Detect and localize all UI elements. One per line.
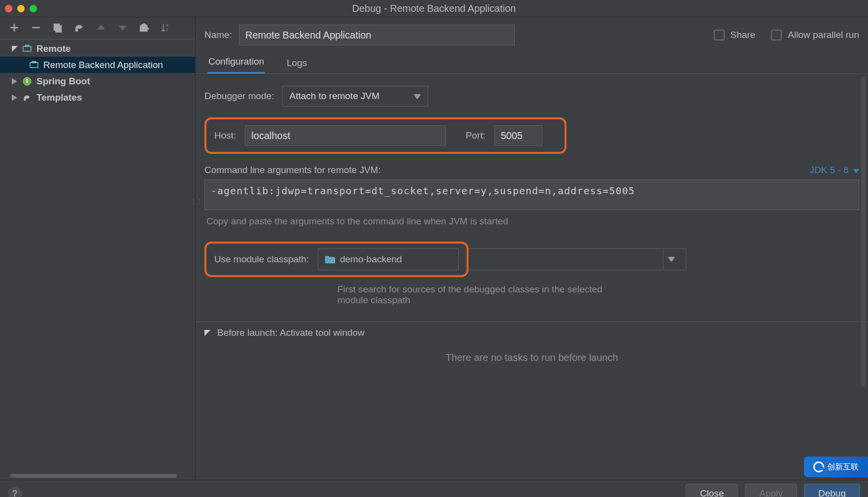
share-checkbox[interactable]: Share [714,30,756,40]
no-tasks-message: There are no tasks to run before launch [196,343,868,363]
debug-button[interactable]: Debug [804,484,860,497]
chevron-right-icon [12,78,21,84]
module-classpath-combo-extend[interactable] [468,248,686,270]
edit-icon[interactable] [73,21,86,34]
sidebar-horizontal-scrollbar[interactable] [0,472,195,480]
sidebar-toolbar: az [0,17,195,39]
watermark-logo-icon [813,462,824,472]
jdk-version-dropdown[interactable]: JDK 5 - 8 [810,165,859,176]
chevron-down-icon [414,91,421,102]
tree-item-remote[interactable]: Remote [0,40,195,57]
add-icon[interactable] [8,21,21,34]
svg-text:a: a [166,23,168,28]
debugger-mode-value: Attach to remote JVM [290,91,380,102]
titlebar: Debug - Remote Backend Application [0,0,868,17]
tree-item-remote-backend-app[interactable]: Remote Backend Application [0,57,195,73]
tree-item-label: Remote Backend Application [43,60,163,71]
chevron-right-icon [12,95,21,101]
chevron-down-icon [204,327,210,338]
window-title: Debug - Remote Backend Application [352,3,516,14]
sort-alpha-icon[interactable]: az [160,21,172,34]
before-launch-section[interactable]: Before launch: Activate tool window [196,321,868,343]
share-label: Share [731,30,756,40]
tree-item-spring-boot[interactable]: Spring Boot [0,73,195,89]
debugger-mode-combo[interactable]: Attach to remote JVM [282,86,428,106]
name-input[interactable] [239,25,515,45]
save-config-icon[interactable] [138,21,151,34]
tree-item-label: Templates [36,92,82,103]
host-input[interactable] [245,125,446,146]
cmd-args-hint: Copy and paste the arguments to the comm… [204,214,859,227]
port-input[interactable] [494,125,542,146]
spring-boot-icon [23,77,33,86]
module-classpath-value: demo-backend [340,254,402,265]
svg-text:z: z [166,28,168,32]
module-classpath-label: Use module classpath: [214,254,309,265]
name-row: Name: Share Allow parallel run [196,17,868,50]
tree-item-label: Remote [36,43,71,54]
host-label: Host: [214,130,236,141]
vertical-scrollbar[interactable] [861,76,866,387]
zoom-window-icon[interactable] [30,5,37,12]
tree-item-label: Spring Boot [36,76,90,87]
move-up-icon[interactable] [95,21,107,34]
config-tree: Remote Remote Backend Application Spring… [0,39,195,472]
chevron-down-icon [663,249,679,270]
apply-button[interactable]: Apply [745,484,797,497]
sidebar: az Remote Remote Backend Application Spr… [0,17,196,480]
cmd-args-textarea[interactable]: -agentlib:jdwp=transport=dt_socket,serve… [204,179,859,210]
watermark-badge: 创新互联 [804,457,868,477]
svg-rect-6 [25,45,29,46]
wrench-icon [23,93,33,102]
dialog-footer: ? Close Apply Debug [0,480,868,497]
checkbox-icon [714,30,725,40]
close-window-icon[interactable] [5,5,12,12]
svg-rect-11 [332,260,334,263]
name-label: Name: [204,30,232,40]
before-launch-label: Before launch: Activate tool window [217,327,365,338]
svg-rect-7 [30,63,38,68]
move-down-icon[interactable] [116,21,129,34]
dialog-body: az Remote Remote Backend Application Spr… [0,17,868,480]
parallel-run-checkbox[interactable]: Allow parallel run [771,30,859,40]
tree-item-templates[interactable]: Templates [0,89,195,106]
checkbox-icon [771,30,782,40]
tab-bar: Configuration Logs [196,50,868,74]
configuration-form: Debugger mode: Attach to remote JVM Host… [196,74,868,321]
close-button[interactable]: Close [686,484,738,497]
svg-point-2 [76,30,78,32]
module-classpath-combo[interactable]: demo-backend [318,248,459,270]
main-panel: Name: Share Allow parallel run Configura… [196,17,868,480]
tab-configuration[interactable]: Configuration [207,51,265,73]
remove-icon[interactable] [30,21,42,34]
split-handle-icon[interactable]: ⋮⋮ [190,197,202,205]
window-controls [5,5,37,12]
remote-config-icon [30,61,40,69]
watermark-text: 创新互联 [827,462,859,472]
tab-logs[interactable]: Logs [286,53,308,73]
svg-rect-1 [56,26,61,32]
host-port-highlight: Host: Port: [204,117,567,154]
help-icon[interactable]: ? [8,487,22,497]
parallel-label: Allow parallel run [788,30,859,40]
copy-icon[interactable] [51,21,64,34]
jdk-version-label: JDK 5 - 8 [810,165,849,175]
cmd-args-label: Command line arguments for remote JVM: [204,165,381,176]
debugger-mode-label: Debugger mode: [204,91,274,102]
minimize-window-icon[interactable] [17,5,25,12]
svg-rect-5 [23,46,31,51]
svg-point-10 [24,99,26,101]
chevron-down-icon [12,46,21,52]
module-classpath-highlight: Use module classpath: demo-backend [204,242,468,277]
folder-icon [325,255,335,263]
port-label: Port: [466,130,485,141]
svg-rect-8 [32,61,36,63]
remote-config-icon [23,45,33,53]
module-classpath-hint: First search for sources of the debugged… [337,284,613,306]
